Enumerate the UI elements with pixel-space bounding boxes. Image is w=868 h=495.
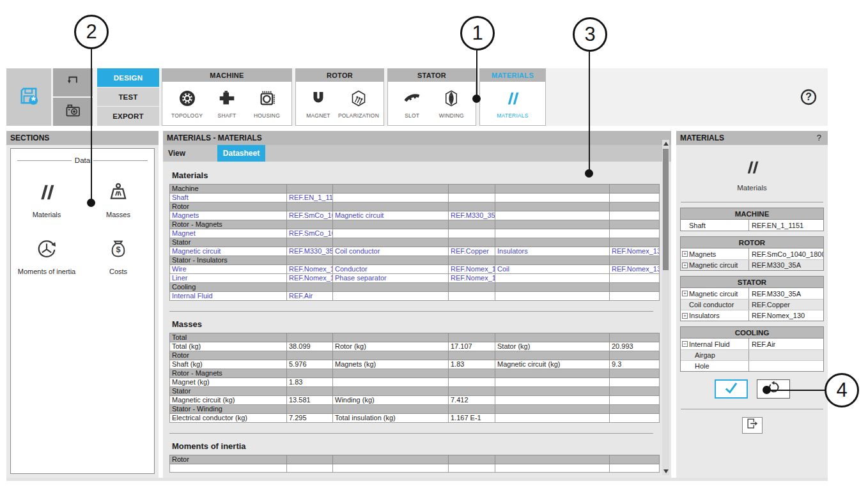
tree-row-label-cell: +Magnetic circuit	[681, 288, 748, 299]
tab-export[interactable]: EXPORT	[97, 107, 159, 126]
table-cell	[287, 185, 333, 194]
tab-test[interactable]: TEST	[97, 88, 159, 106]
materials-icon	[679, 158, 825, 179]
table-cell[interactable]: REF.SmCo_10...	[287, 211, 333, 220]
expand-icon[interactable]: +	[682, 291, 688, 296]
table-cell[interactable]: REF.Nomex_130	[287, 265, 333, 274]
scrollbar-thumb[interactable]	[663, 149, 669, 270]
table-cell[interactable]: REF.M330_35A	[287, 247, 333, 256]
table-cell[interactable]: Shaft	[170, 194, 287, 202]
section-item-materials[interactable]: Materials	[11, 181, 82, 218]
toolbar-item-shaft[interactable]: SHAFT	[209, 89, 245, 119]
top-toolbar: * DESIGNTESTEXPORT MACHINETOPOLOGYSHAFTH…	[6, 68, 828, 126]
table-cell[interactable]: REF.M330_35A	[449, 211, 495, 220]
toolbar-item-topology[interactable]: TOPOLOGY	[169, 89, 205, 119]
table-cell[interactable]: Conductor	[333, 265, 449, 274]
table-cell	[333, 220, 449, 229]
table-cell[interactable]: Magnetic circuit	[170, 247, 287, 256]
table-cell[interactable]: Magnet	[170, 229, 287, 238]
tab-view[interactable]: View	[163, 145, 217, 162]
inertia-icon	[35, 238, 58, 263]
toolbar-item-magnet[interactable]: MAGNET	[300, 89, 336, 119]
tree-row-label-cell: Hole	[681, 361, 748, 371]
table-cell: Shaft (kg)	[170, 360, 287, 369]
save-icon: *	[17, 84, 40, 110]
table-cell[interactable]: Phase separator	[333, 274, 449, 283]
table-cell[interactable]: Coil	[495, 265, 610, 274]
section-item-costs[interactable]: $Costs	[82, 238, 154, 275]
materials-icon	[35, 181, 58, 206]
toolbar-item-materials[interactable]: MATERIALS	[495, 89, 531, 119]
table-cell[interactable]: Insulators	[495, 247, 610, 256]
tree-row-hole[interactable]: Hole	[681, 360, 823, 371]
tree-row-coil-conductor[interactable]: Coil conductorREF.Copper	[681, 299, 823, 310]
table-cell[interactable]: Internal Fluid	[170, 292, 287, 301]
expand-icon[interactable]: +	[682, 263, 688, 268]
table-cell[interactable]: REF.Nomex_130	[287, 274, 333, 283]
table-cell	[333, 194, 449, 202]
tab-datasheet[interactable]: Datasheet	[217, 145, 265, 162]
help-button[interactable]: ?	[800, 88, 818, 106]
toolbar-item-slot[interactable]: SLOT	[394, 89, 430, 119]
save-button[interactable]: *	[6, 68, 51, 126]
table-cell: 38.099	[287, 342, 333, 351]
section-item-moments-of-inertia[interactable]: Moments of inertia	[11, 238, 82, 275]
table-cell[interactable]: REF.Nomex_130	[449, 274, 495, 283]
side-panel-help[interactable]: ?	[817, 131, 828, 145]
tab-design[interactable]: DESIGN	[97, 68, 159, 87]
tree-row-airgap[interactable]: Airgap	[681, 349, 823, 360]
table-cell: 7.412	[449, 396, 495, 405]
table-cell	[495, 283, 610, 292]
table-cell[interactable]: Liner	[170, 274, 287, 283]
scroll-up-icon[interactable]	[663, 142, 669, 146]
expand-icon[interactable]: +	[682, 251, 688, 257]
topology-icon	[178, 89, 197, 110]
tree-row-magnetic-circuit[interactable]: +Magnetic circuitREF.M330_35A	[681, 288, 823, 299]
table-cell[interactable]: REF.Nomex_130	[449, 265, 495, 274]
tree-row-internal-fluid[interactable]: −Internal FluidREF.Air	[681, 339, 823, 349]
tree-row-magnets[interactable]: +MagnetsREF.SmCo_1040_1800	[681, 248, 823, 259]
table-cell	[449, 194, 495, 202]
collapse-icon[interactable]: −	[682, 341, 688, 347]
table-cell[interactable]: REF.Nomex_130	[610, 265, 660, 274]
mode-tabs: DESIGNTESTEXPORT	[97, 68, 159, 126]
undo-icon	[65, 73, 81, 92]
undo-button[interactable]	[53, 68, 93, 96]
table-cell	[449, 238, 495, 247]
table-cell[interactable]: Magnets	[170, 211, 287, 220]
table-cell	[610, 464, 660, 473]
toolbar-item-winding[interactable]: WINDING	[433, 89, 469, 119]
export-button[interactable]	[742, 417, 763, 434]
validate-button[interactable]	[715, 379, 748, 399]
table-cell[interactable]: REF.Nomex_130	[610, 247, 660, 256]
table-cell: Rotor	[170, 202, 287, 211]
table-cell[interactable]: REF.Copper	[449, 247, 495, 256]
expand-icon[interactable]: +	[682, 313, 688, 319]
restore-button[interactable]	[757, 379, 790, 399]
tree-row-magnetic-circuit[interactable]: +Magnetic circuitREF.M330_35A	[681, 259, 823, 270]
table-cell: Magnetic circuit (kg)	[170, 396, 287, 405]
toolbar-group-title: STATOR	[388, 69, 476, 82]
screenshot-button[interactable]	[53, 98, 93, 126]
table-cell[interactable]: Coil conductor	[333, 247, 449, 256]
vertical-scrollbar[interactable]	[662, 140, 669, 475]
datasheet-table-masses: TotalTotal (kg)38.099Rotor (kg)17.107Sta…	[169, 333, 660, 423]
group-row: Stator	[170, 238, 660, 247]
sections-panel-title: SECTIONS	[6, 131, 159, 145]
scroll-down-icon[interactable]	[663, 469, 669, 473]
table-cell[interactable]: Wire	[170, 265, 287, 274]
table-cell[interactable]: REF.Air	[287, 292, 333, 301]
table-cell[interactable]: Magnetic circuit	[333, 211, 449, 220]
toolbar-groups: MACHINETOPOLOGYSHAFTHOUSINGROTORMAGNETPO…	[162, 68, 546, 126]
table-cell	[495, 238, 610, 247]
tree-row-insulators[interactable]: +InsulatorsREF.Nomex_130	[681, 310, 823, 321]
table-cell[interactable]: REF.SmCo_10...	[287, 229, 333, 238]
tree-row-label: Airgap	[695, 351, 715, 359]
app-window: * DESIGNTESTEXPORT MACHINETOPOLOGYSHAFTH…	[6, 68, 828, 481]
table-row: Internal FluidREF.Air	[170, 292, 660, 301]
toolbar-item-housing[interactable]: HOUSING	[249, 89, 285, 119]
tree-row-shaft[interactable]: ShaftREF.EN_1_1151	[681, 220, 823, 231]
toolbar-item-polarization[interactable]: POLARIZATION	[338, 89, 379, 119]
table-cell[interactable]: REF.EN_1_1151	[287, 194, 333, 202]
table-cell: 1.83	[449, 360, 495, 369]
